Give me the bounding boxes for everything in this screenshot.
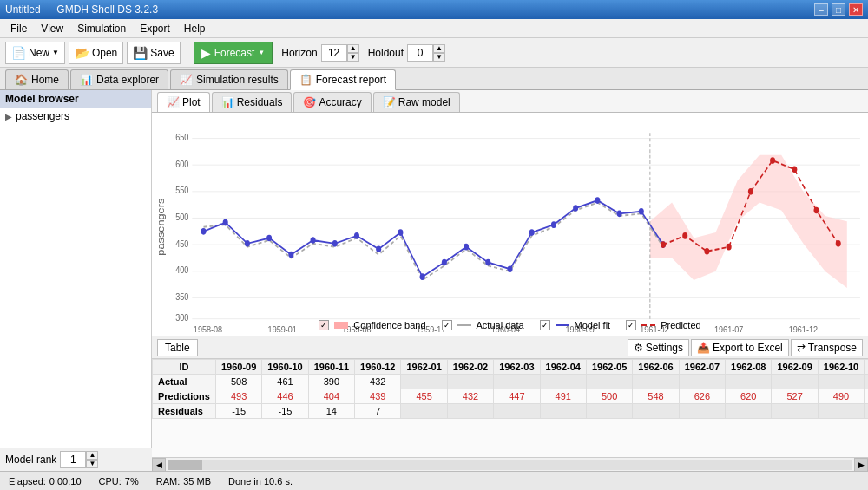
pred-1960-09: 493: [215, 389, 261, 404]
predicted-checkbox[interactable]: ✓: [626, 320, 636, 330]
pred-1962-11: 430: [865, 389, 868, 404]
subtab-raw-model[interactable]: 📝 Raw model: [373, 92, 460, 112]
forecast-label: Forecast: [214, 47, 255, 59]
tab-forecast-report-label: Forecast report: [316, 74, 386, 86]
predictions-label-cell: Predictions: [153, 389, 216, 404]
subtab-residuals[interactable]: 📊 Residuals: [212, 92, 293, 112]
table-tab[interactable]: Table: [157, 339, 198, 356]
horizon-input[interactable]: 12: [321, 44, 347, 62]
model-rank-down[interactable]: ▼: [86, 460, 98, 468]
menu-export[interactable]: Export: [133, 21, 177, 36]
main-tabs: 🏠 Home 📊 Data explorer 📈 Simulation resu…: [0, 68, 868, 90]
table-row-residuals: Residuals -15 -15 14 7: [153, 404, 869, 419]
resid-1960-10: -15: [262, 404, 308, 419]
svg-point-50: [704, 248, 709, 255]
model-fit-checkbox[interactable]: ✓: [540, 320, 550, 330]
svg-point-31: [311, 237, 316, 244]
subtab-plot[interactable]: 📈 Plot: [157, 92, 210, 112]
titlebar: Untitled — GMDH Shell DS 3.2.3 – □ ✕: [0, 0, 868, 19]
transpose-button[interactable]: ⇄ Transpose: [791, 339, 863, 356]
svg-point-54: [792, 166, 797, 173]
subtab-plot-label: Plot: [182, 96, 201, 108]
ram-label: RAM:: [156, 476, 181, 487]
tab-simulation-results[interactable]: 📈 Simulation results: [170, 69, 288, 89]
content-area: Model browser ▶ passengers Model rank ▲ …: [0, 90, 868, 471]
tab-data-explorer[interactable]: 📊 Data explorer: [70, 69, 168, 89]
actual-1962-08: [726, 375, 772, 389]
home-icon: 🏠: [15, 74, 28, 86]
menu-file[interactable]: File: [3, 21, 34, 36]
actual-label-cell: Actual: [153, 375, 216, 389]
new-button[interactable]: 📄 New ▼: [5, 42, 65, 64]
subtab-accuracy[interactable]: 🎯 Accuracy: [293, 92, 371, 112]
tab-home[interactable]: 🏠 Home: [5, 69, 69, 89]
sidebar-item-passengers[interactable]: ▶ passengers: [0, 108, 151, 124]
horizon-down[interactable]: ▼: [347, 53, 359, 62]
menu-simulation[interactable]: Simulation: [70, 21, 133, 36]
svg-point-49: [682, 232, 687, 239]
forecast-button[interactable]: ▶ Forecast ▼: [194, 42, 273, 64]
svg-point-40: [507, 265, 512, 272]
subtab-residuals-label: Residuals: [237, 96, 283, 108]
menubar: File View Simulation Export Help: [0, 19, 868, 38]
holdout-spinbox: 0 ▲ ▼: [407, 44, 445, 62]
model-rank-input[interactable]: [60, 451, 86, 468]
scroll-track[interactable]: [168, 460, 852, 470]
col-id: ID: [153, 360, 216, 375]
svg-point-34: [376, 245, 381, 252]
actual-checkbox[interactable]: ✓: [442, 320, 452, 330]
model-browser-header: Model browser: [0, 90, 151, 108]
scroll-left-arrow[interactable]: ◀: [152, 458, 166, 472]
horizon-up[interactable]: ▲: [347, 44, 359, 53]
col-1962-02: 1962-02: [447, 360, 493, 375]
col-1960-10: 1960-10: [262, 360, 308, 375]
close-button[interactable]: ✕: [849, 3, 863, 16]
data-table: ID 1960-09 1960-10 1960-11 1960-12 1962-…: [152, 359, 868, 419]
actual-swatch: [457, 324, 471, 326]
holdout-label: Holdout: [368, 47, 404, 59]
pred-1962-01: 455: [401, 389, 447, 404]
horizon-spinbox-buttons: ▲ ▼: [347, 44, 359, 62]
pred-1962-04: 491: [540, 389, 586, 404]
actual-1960-10: 461: [262, 375, 308, 389]
svg-point-33: [354, 232, 359, 239]
col-1962-09: 1962-09: [772, 360, 818, 375]
holdout-up[interactable]: ▲: [433, 44, 445, 53]
open-button[interactable]: 📂 Open: [69, 42, 123, 64]
export-button[interactable]: 📤 Export to Excel: [691, 339, 789, 356]
holdout-down[interactable]: ▼: [433, 53, 445, 62]
resid-1962-05: [586, 404, 632, 419]
horizontal-scrollbar[interactable]: ◀ ▶: [152, 457, 868, 471]
ram-value: 35 MB: [183, 476, 211, 487]
cpu-section: CPU: 7%: [99, 476, 139, 487]
raw-model-icon: 📝: [383, 96, 396, 108]
legend-model-fit: ✓ Model fit: [540, 320, 611, 330]
svg-marker-25: [650, 155, 847, 288]
tab-forecast-report[interactable]: 📋 Forecast report: [290, 69, 396, 90]
holdout-input[interactable]: 0: [407, 44, 433, 62]
settings-button[interactable]: ⚙ Settings: [628, 339, 689, 356]
confidence-checkbox[interactable]: ✓: [319, 320, 329, 330]
scroll-right-arrow[interactable]: ▶: [854, 458, 868, 472]
legend-confidence: ✓ Confidence band: [319, 320, 425, 330]
cpu-label: CPU:: [99, 476, 122, 487]
menu-help[interactable]: Help: [177, 21, 213, 36]
actual-1962-07: [679, 375, 725, 389]
table-scroll[interactable]: ID 1960-09 1960-10 1960-11 1960-12 1962-…: [152, 359, 868, 457]
maximize-button[interactable]: □: [832, 3, 845, 16]
tab-home-label: Home: [31, 74, 59, 86]
save-button[interactable]: 💾 Save: [127, 42, 180, 64]
scroll-thumb[interactable]: [168, 460, 202, 470]
elapsed-value: 0:00:10: [49, 476, 82, 487]
col-1960-11: 1960-11: [308, 360, 354, 375]
minimize-button[interactable]: –: [814, 3, 828, 16]
resid-1962-03: [494, 404, 540, 419]
pred-1962-10: 490: [818, 389, 864, 404]
resid-1962-10: [818, 404, 864, 419]
subtab-raw-model-label: Raw model: [398, 96, 450, 108]
model-rank-up[interactable]: ▲: [86, 451, 98, 460]
horizon-spinbox: 12 ▲ ▼: [321, 44, 359, 62]
menu-view[interactable]: View: [34, 21, 70, 36]
svg-point-51: [727, 244, 732, 251]
residuals-icon: 📊: [221, 96, 234, 108]
